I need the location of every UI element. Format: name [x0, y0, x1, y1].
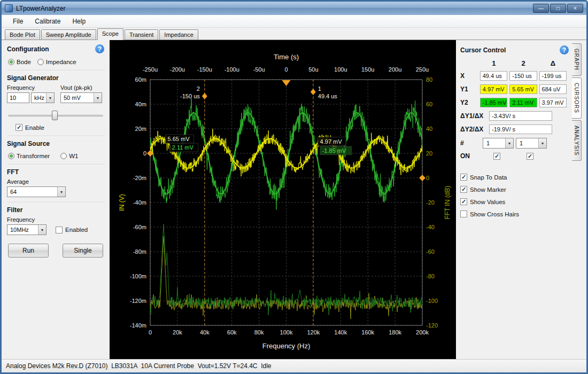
- window-title: LTpowerAnalyzer: [16, 5, 65, 12]
- tab-transient[interactable]: Transient: [125, 29, 158, 40]
- cursor-y2-row: Y2 -1.85 mV 2.11 mV 3.97 mV: [460, 98, 569, 107]
- svg-text:-150u: -150u: [197, 66, 212, 73]
- enable-label: Enable: [25, 124, 44, 131]
- svg-text:2: 2: [197, 85, 200, 92]
- svg-text:FFT IN (dB): FFT IN (dB): [444, 185, 451, 219]
- average-dropdown[interactable]: 64 ▼: [7, 186, 66, 197]
- menu-help[interactable]: Help: [66, 16, 91, 27]
- checkbox-icon: ✓: [16, 124, 22, 131]
- cursor1-header: 1: [480, 59, 507, 67]
- svg-text:20m: 20m: [135, 126, 146, 132]
- tab-scope[interactable]: Scope: [97, 28, 123, 40]
- svg-text:5.65 mV: 5.65 mV: [168, 136, 190, 142]
- filter-frequency-dropdown[interactable]: 10MHz ▼: [7, 224, 47, 235]
- show-values-checkbox[interactable]: ✓ Show Values: [460, 198, 569, 205]
- y2-delta-value: 3.97 mV: [539, 98, 567, 107]
- checkbox-icon: ✓: [460, 174, 467, 181]
- y2-cursor1-value: -1.85 mV: [480, 98, 507, 107]
- menubar: File Calibrate Help: [2, 15, 586, 28]
- svg-text:60m: 60m: [135, 76, 146, 83]
- num-label: #: [460, 139, 483, 147]
- y1-cursor1-value: 4.97 mV: [480, 84, 507, 94]
- tab-graph[interactable]: GRAPH: [572, 43, 582, 76]
- scope-plot-area: -250u-200u-150u-100u-50u050u100u150u200u…: [110, 40, 456, 359]
- cursor1-index-dropdown[interactable]: 1 ▼: [483, 138, 514, 149]
- chevron-down-icon: ▼: [94, 93, 102, 103]
- close-button[interactable]: ×: [567, 4, 583, 13]
- cursor-control-panel: Cursor Control ? 1 2 Δ X 49.4 us -150 us…: [456, 40, 572, 359]
- tab-bode-plot[interactable]: Bode Plot: [5, 29, 40, 40]
- frequency-unit-dropdown[interactable]: kHz ▼: [31, 92, 55, 103]
- slider-thumb[interactable]: [52, 111, 58, 120]
- svg-text:-60m: -60m: [133, 224, 146, 230]
- chevron-down-icon: ▼: [57, 187, 65, 197]
- menu-file[interactable]: File: [7, 16, 29, 27]
- delta-header: Δ: [539, 59, 567, 67]
- x-delta-value: -199 us: [539, 71, 567, 81]
- scope-chart[interactable]: -250u-200u-150u-100u-50u050u100u150u200u…: [110, 40, 456, 359]
- enable-checkbox[interactable]: ✓ Enable: [16, 124, 104, 131]
- menu-calibrate[interactable]: Calibrate: [29, 16, 66, 27]
- filter-enabled-checkbox[interactable]: ✓ Enabled: [56, 227, 88, 233]
- single-button[interactable]: Single: [63, 244, 103, 258]
- dy1dx-value: -3.43V/ s: [489, 111, 552, 121]
- tab-sweep-amplitude[interactable]: Sweep Amplitude: [41, 29, 96, 40]
- checkbox-icon: ✓: [460, 186, 467, 193]
- main-content: Configuration ? Bode Impedance Signal Ge…: [2, 40, 586, 359]
- fft-trace-yellow: [150, 236, 422, 319]
- svg-text:-100: -100: [426, 298, 438, 304]
- chevron-down-icon: ▼: [38, 225, 46, 235]
- svg-text:Time (s): Time (s): [274, 53, 299, 61]
- maximize-button[interactable]: □: [550, 4, 566, 13]
- tab-analysis[interactable]: ANALYSIS: [572, 120, 582, 161]
- run-button[interactable]: Run: [8, 244, 49, 258]
- svg-text:200u: 200u: [389, 66, 401, 73]
- filter-frequency-label: Frequency: [7, 216, 104, 223]
- svg-text:20: 20: [426, 150, 432, 157]
- frequency-slider[interactable]: [8, 110, 103, 121]
- svg-text:-20m: -20m: [133, 175, 146, 181]
- svg-text:150u: 150u: [361, 66, 374, 73]
- show-values-label: Show Values: [470, 199, 505, 205]
- frequency-input[interactable]: [7, 92, 29, 103]
- titlebar: LTpowerAnalyzer — □ ×: [2, 2, 586, 15]
- show-marker-checkbox[interactable]: ✓ Show Marker: [460, 186, 569, 193]
- tab-impedance[interactable]: Impedance: [159, 29, 198, 40]
- impedance-radio[interactable]: Impedance: [37, 59, 76, 65]
- cursor-control-title: Cursor Control: [460, 46, 506, 54]
- w1-radio[interactable]: W1: [60, 153, 78, 159]
- signal-generator-section: Signal Generator Frequency kHz ▼: [7, 70, 104, 131]
- svg-text:-50u: -50u: [253, 66, 265, 73]
- x-cursor1-value: 49.4 us: [480, 71, 507, 81]
- y1-delta-value: 684 uV: [539, 84, 567, 94]
- impedance-label: Impedance: [46, 59, 76, 65]
- transformer-radio[interactable]: Transformer: [8, 153, 50, 159]
- configuration-title: Configuration: [7, 45, 49, 53]
- transformer-label: Transformer: [17, 153, 50, 159]
- radio-icon: [37, 59, 44, 65]
- help-icon[interactable]: ?: [560, 45, 569, 54]
- show-cross-hairs-checkbox[interactable]: ✓ Show Cross Hairs: [460, 211, 569, 217]
- cursor2-index-dropdown[interactable]: 1 ▼: [516, 138, 547, 149]
- filter-enabled-label: Enabled: [65, 227, 88, 233]
- cursor2-on-checkbox[interactable]: ✓: [527, 153, 533, 160]
- cursor-index-row: # 1 ▼ 1 ▼: [460, 138, 569, 149]
- minimize-button[interactable]: —: [533, 4, 549, 13]
- cursor1-on-checkbox[interactable]: ✓: [493, 153, 500, 160]
- y1-cursor2-value: 5.65 mV: [509, 84, 537, 94]
- svg-text:-140m: -140m: [130, 322, 146, 329]
- right-edge-marker: [419, 175, 425, 181]
- svg-text:-150 us: -150 us: [180, 93, 200, 99]
- dy2dx-value: -19.9V/ s: [489, 124, 552, 134]
- tab-cursors[interactable]: CURSORS: [572, 77, 582, 119]
- cursor-options: ✓ Snap To Data ✓ Show Marker ✓ Show Valu…: [460, 174, 569, 217]
- snap-to-data-checkbox[interactable]: ✓ Snap To Data: [460, 174, 569, 181]
- svg-text:120k: 120k: [307, 329, 320, 336]
- help-icon[interactable]: ?: [95, 44, 104, 53]
- vout-dropdown[interactable]: 50 mV ▼: [60, 92, 102, 103]
- fft-section: FFT Average 64 ▼: [7, 164, 104, 197]
- cursor-y1-row: Y1 4.97 mV 5.65 mV 684 uV: [460, 84, 569, 94]
- trigger-marker: [282, 80, 291, 86]
- checkbox-icon: ✓: [460, 211, 467, 217]
- bode-radio[interactable]: Bode: [8, 59, 31, 65]
